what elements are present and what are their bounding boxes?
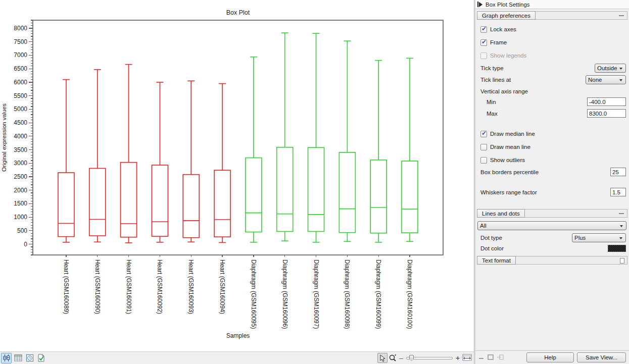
whiskers-label: Whiskers range factor: [480, 189, 537, 195]
draw-mean-checkbox[interactable]: [480, 144, 487, 150]
draw-median-label: Draw median line: [490, 131, 535, 137]
show-outliers-row[interactable]: Show outliers: [475, 157, 629, 164]
tick-type-row: Tick type Outside: [475, 64, 629, 73]
lock-axes-row[interactable]: Lock axes: [475, 26, 629, 33]
history-view-icon[interactable]: [24, 353, 35, 363]
svg-text:Heart (GSM160093): Heart (GSM160093): [187, 259, 195, 314]
svg-text:Original expression values: Original expression values: [1, 103, 7, 172]
graph-preferences-tab[interactable]: Graph preferences: [477, 11, 536, 20]
svg-text:3500: 3500: [14, 146, 27, 153]
tick-lines-dropdown[interactable]: None: [586, 75, 626, 84]
zoom-tool-icon[interactable]: [388, 353, 398, 363]
svg-text:Diaphragm (GSM160097): Diaphragm (GSM160097): [313, 259, 320, 329]
cursor-tool-icon[interactable]: [377, 353, 388, 363]
dot-color-row: Dot color: [475, 244, 629, 252]
svg-text:Heart (GSM160089): Heart (GSM160089): [63, 259, 70, 314]
boxplot-view-icon[interactable]: [1, 353, 12, 363]
draw-median-checkbox[interactable]: [480, 131, 487, 137]
collapse-section-icon[interactable]: [619, 213, 624, 214]
box-borders-row: Box borders percentile 25: [475, 168, 629, 176]
zoom-slider-handle[interactable]: [409, 355, 414, 361]
tick-type-value: Outside: [597, 65, 617, 71]
side-panel: Box Plot Settings Graph preferences Lock…: [475, 0, 629, 364]
box-borders-input[interactable]: 25: [610, 168, 626, 176]
draw-mean-label: Draw mean line: [490, 144, 530, 150]
box-Diaphragm (GSM160095): [246, 57, 262, 242]
box-Heart (GSM160092): [152, 82, 168, 242]
lines-and-dots-tab[interactable]: Lines and dots: [477, 209, 525, 218]
max-input[interactable]: 8300.0: [587, 109, 626, 118]
section-text-format[interactable]: Text format: [477, 256, 627, 265]
min-value: -400.0: [589, 99, 606, 105]
tick-type-dropdown[interactable]: Outside: [595, 64, 626, 73]
section-lines-and-dots[interactable]: Lines and dots: [477, 209, 627, 218]
max-value: 8300.0: [589, 111, 607, 117]
max-label: Max: [487, 111, 498, 117]
frame-row[interactable]: Frame: [475, 39, 629, 46]
svg-text:Heart (GSM160094): Heart (GSM160094): [219, 259, 226, 314]
box-Diaphragm (GSM160097): [308, 33, 324, 242]
box-Diaphragm (GSM160100): [402, 58, 418, 241]
tick-lines-label: Tick lines at: [480, 77, 511, 83]
svg-text:8000: 8000: [14, 25, 27, 32]
panel-empty-area: [475, 265, 629, 350]
box-borders-label: Box borders percentile: [480, 169, 539, 175]
box-Heart (GSM160094): [214, 84, 230, 243]
zoom-in-plus[interactable]: +: [454, 354, 461, 362]
chevron-down-icon: [620, 225, 623, 227]
lines-and-dots-header-rest: [525, 209, 627, 218]
draw-mean-row[interactable]: Draw mean line: [475, 143, 629, 150]
svg-text:1000: 1000: [14, 214, 27, 221]
chevron-down-icon: [619, 237, 622, 239]
collapse-panel-icon[interactable]: [477, 2, 482, 7]
text-format-header-rest: [516, 256, 627, 265]
element-info-icon[interactable]: [36, 353, 46, 363]
svg-text:6000: 6000: [14, 79, 27, 86]
whiskers-value: 1.5: [612, 189, 620, 195]
side-panel-titlebar: Box Plot Settings: [475, 0, 629, 9]
maximize-panel-icon[interactable]: [488, 354, 494, 361]
svg-text:6500: 6500: [14, 65, 27, 72]
svg-text:4500: 4500: [14, 119, 27, 126]
tick-type-label: Tick type: [480, 65, 504, 71]
save-view-button[interactable]: Save View...: [577, 352, 626, 362]
vertical-axis-range-row: Vertical axis range: [475, 88, 629, 95]
lock-axes-checkbox[interactable]: [480, 26, 487, 33]
zoom-out-minus[interactable]: –: [398, 354, 405, 362]
show-legends-checkbox: [480, 53, 487, 59]
show-outliers-checkbox[interactable]: [480, 157, 487, 164]
show-outliers-label: Show outliers: [490, 157, 525, 163]
fit-width-icon[interactable]: [462, 354, 472, 362]
draw-median-row[interactable]: Draw median line: [475, 130, 629, 137]
svg-text:500: 500: [17, 227, 27, 234]
dock-panel-icon: [497, 354, 504, 361]
box-Heart (GSM160089): [58, 80, 74, 242]
zoom-slider[interactable]: [406, 354, 453, 361]
box-Diaphragm (GSM160099): [370, 61, 386, 242]
whiskers-input[interactable]: 1.5: [610, 188, 626, 196]
frame-checkbox[interactable]: [480, 39, 487, 46]
svg-text:Diaphragm (GSM160100): Diaphragm (GSM160100): [406, 259, 413, 329]
svg-text:Heart (GSM160092): Heart (GSM160092): [156, 259, 163, 314]
table-view-icon[interactable]: [13, 353, 23, 363]
svg-text:Diaphragm (GSM160096): Diaphragm (GSM160096): [281, 259, 288, 329]
svg-text:Diaphragm (GSM160095): Diaphragm (GSM160095): [250, 259, 257, 329]
dot-type-label: Dot type: [480, 235, 502, 241]
section-graph-preferences[interactable]: Graph preferences: [477, 11, 627, 20]
svg-text:4000: 4000: [14, 133, 27, 140]
svg-text:7500: 7500: [14, 38, 27, 45]
help-button[interactable]: Help: [526, 352, 574, 362]
text-format-tab[interactable]: Text format: [477, 256, 516, 265]
svg-text:Box Plot: Box Plot: [226, 9, 250, 16]
scope-dropdown[interactable]: All: [477, 221, 626, 230]
dot-type-dropdown[interactable]: Plus: [572, 233, 626, 242]
box-Heart (GSM160093): [183, 81, 199, 242]
collapse-section-icon[interactable]: [619, 15, 624, 16]
minimize-panel-icon[interactable]: [478, 354, 484, 360]
min-label: Min: [487, 99, 496, 105]
side-panel-title: Box Plot Settings: [486, 2, 530, 8]
min-input[interactable]: -400.0: [587, 97, 626, 106]
view-toolbar: – +: [0, 351, 474, 364]
page-icon[interactable]: [620, 258, 624, 264]
dot-color-swatch[interactable]: [608, 245, 626, 252]
